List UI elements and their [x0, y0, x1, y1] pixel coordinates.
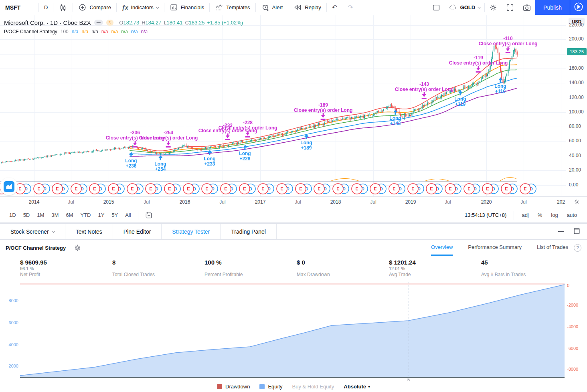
- fullscreen-button[interactable]: [502, 0, 518, 15]
- range-5y[interactable]: 5Y: [108, 212, 121, 218]
- tab-stock-screener[interactable]: Stock Screener: [0, 224, 65, 239]
- layout-button[interactable]: [428, 0, 445, 15]
- undo-icon: ↶: [332, 4, 337, 11]
- time-tick: 2016: [180, 199, 190, 205]
- tab-pine-editor[interactable]: Pine Editor: [113, 224, 162, 239]
- indicators-button[interactable]: ƒx Indicators: [117, 0, 164, 15]
- range-3m[interactable]: 3M: [48, 212, 62, 218]
- scale-option-percent[interactable]: %: [533, 212, 547, 218]
- stat-label: Avg Trade: [389, 272, 481, 277]
- alert-button[interactable]: Alert: [256, 0, 288, 15]
- range-6m[interactable]: 6M: [62, 212, 77, 218]
- clock-display[interactable]: 13:54:13 (UTC+8): [465, 212, 510, 218]
- tester-tab-list-of-trades[interactable]: List of Trades: [537, 240, 568, 256]
- gear-icon: [573, 198, 580, 207]
- settings-button[interactable]: [485, 0, 502, 15]
- equity-swatch-icon: [259, 384, 265, 389]
- maximize-panel-button[interactable]: [573, 227, 581, 236]
- price-tick: 160.00: [569, 65, 584, 71]
- redo-button[interactable]: ↷: [342, 0, 358, 15]
- financials-button[interactable]: Financials: [164, 0, 210, 15]
- buy-hold-label: Buy & Hold Equity: [292, 384, 334, 390]
- legend-equity-toggle[interactable]: Equity: [259, 384, 282, 390]
- strategy-title[interactable]: P/OCF Channel Strategy: [4, 29, 57, 34]
- tab-text-notes[interactable]: Text Notes: [65, 224, 113, 239]
- drawdown-swatch-icon: [217, 384, 222, 389]
- symbol-search-button[interactable]: MSFT: [0, 0, 38, 15]
- time-tick: Jul: [144, 199, 150, 205]
- interval-label: D: [44, 4, 48, 10]
- tester-header: P/OCF Channel Strategy OverviewPerforman…: [0, 240, 587, 256]
- chart-style-button[interactable]: [53, 0, 73, 15]
- time-tick: Jul: [520, 199, 526, 205]
- publish-idea-button[interactable]: [570, 0, 587, 15]
- time-axis[interactable]: 2014Jul2015Jul2016Jul2017Jul2018Jul2019J…: [0, 196, 587, 208]
- equity-chart-canvas[interactable]: [0, 281, 587, 381]
- tab-strategy-tester[interactable]: Strategy Tester: [162, 224, 221, 239]
- stat-value: $ 0: [297, 256, 389, 266]
- undo-button[interactable]: ↶: [327, 0, 342, 15]
- alarm-clock-icon: [261, 3, 269, 12]
- publish-label: Publish: [543, 4, 562, 11]
- tester-tab-performance-summary[interactable]: Performance Summary: [468, 240, 522, 256]
- price-tick: 120.00: [569, 95, 584, 100]
- equity-right-tick: 0: [567, 283, 569, 288]
- price-tick: 220.00: [569, 22, 584, 28]
- compare-button[interactable]: Compare: [73, 0, 116, 15]
- equity-chart[interactable]: 80006000400020000-2000-4000-6000-80005: [0, 281, 587, 381]
- symbol-title[interactable]: Microsoft Corp. · 1D · Cboe BZX: [4, 19, 91, 26]
- screenshot-button[interactable]: [518, 0, 535, 15]
- chart-logo-bubble[interactable]: [0, 178, 18, 195]
- go-to-date-button[interactable]: [142, 211, 156, 219]
- range-5d[interactable]: 5D: [20, 212, 34, 218]
- minimize-legend-button[interactable]: —: [94, 20, 103, 26]
- price-axis[interactable]: USD 183.25 220.00200.00180.00160.00140.0…: [567, 15, 587, 196]
- stat-value: 8: [112, 256, 204, 266]
- stat-value: 45: [481, 256, 573, 266]
- time-tick: 2018: [330, 199, 341, 205]
- axis-settings-corner[interactable]: [566, 197, 587, 208]
- range-1m[interactable]: 1M: [33, 212, 48, 218]
- tester-tab-overview[interactable]: Overview: [431, 240, 453, 256]
- divider: [138, 211, 138, 220]
- tab-label: Strategy Tester: [172, 228, 210, 235]
- price-chart-canvas[interactable]: [0, 15, 566, 196]
- equity-left-tick: 6000: [8, 320, 18, 325]
- plus-circle-icon: [78, 3, 87, 12]
- financials-label: Financials: [181, 4, 204, 10]
- minimize-panel-button[interactable]: [558, 231, 564, 232]
- display-mode-dropdown[interactable]: Absolute ▾: [344, 384, 370, 390]
- range-1d[interactable]: 1D: [6, 212, 20, 218]
- time-tick: Jul: [68, 199, 74, 205]
- interval-button[interactable]: D: [39, 0, 53, 15]
- tester-strategy-title: P/OCF Channel Strategy: [6, 245, 66, 251]
- scale-option-auto[interactable]: auto: [563, 212, 581, 218]
- legend-buyhold-toggle[interactable]: Buy & Hold Equity: [292, 384, 334, 390]
- range-1y[interactable]: 1Y: [94, 212, 108, 218]
- scale-option-adj[interactable]: adj: [517, 212, 533, 218]
- change-value: +1.85 (+1.02%): [207, 20, 243, 26]
- stat-percent-profitable: 100 % Percent Profitable: [204, 256, 297, 281]
- save-layout-button[interactable]: GOLD: [445, 0, 485, 15]
- time-axis-labels: 2014Jul2015Jul2016Jul2017Jul2018Jul2019J…: [0, 197, 566, 208]
- publish-button[interactable]: Publish: [535, 0, 570, 15]
- templates-button[interactable]: Templates: [210, 0, 255, 15]
- tester-stats-row: $ 9609.9596.1 %Net Profit8 Total Closed …: [0, 256, 587, 281]
- scale-option-log[interactable]: log: [547, 212, 562, 218]
- strategy-settings-button[interactable]: [74, 244, 81, 252]
- stat-avg-trade: $ 1201.2412.01 %Avg Trade: [389, 256, 481, 281]
- legend-drawdown-toggle[interactable]: Drawdown: [217, 384, 250, 390]
- price-tick: 100.00: [569, 109, 584, 115]
- na-value: n/a: [121, 29, 128, 34]
- stat-label: Net Profit: [20, 272, 112, 277]
- wave-icon: [215, 3, 223, 12]
- replay-button[interactable]: Replay: [288, 0, 326, 15]
- range-all[interactable]: All: [121, 212, 134, 218]
- strategy-values: n/an/an/an/an/an/an/an/a: [72, 29, 148, 34]
- equity-left-tick: 8000: [8, 298, 18, 303]
- tab-trading-panel[interactable]: Trading Panel: [221, 224, 277, 239]
- equity-left-tick: 2000: [8, 364, 18, 368]
- alert-label: Alert: [272, 4, 283, 10]
- range-ytd[interactable]: YTD: [77, 212, 94, 218]
- help-button[interactable]: ?: [574, 244, 581, 252]
